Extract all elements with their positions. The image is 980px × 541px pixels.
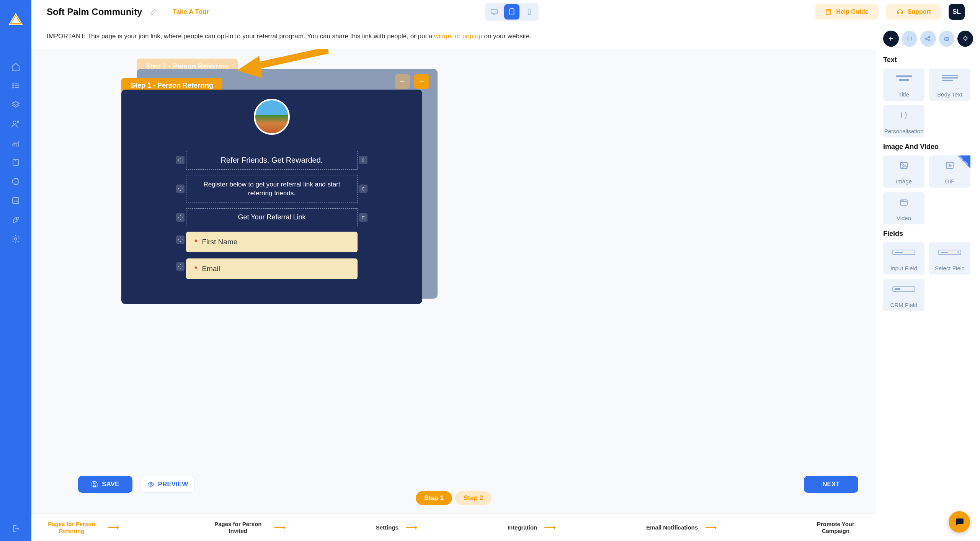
step2-pill[interactable]: Step 2: [455, 491, 492, 505]
nav-chart-icon[interactable]: [11, 196, 20, 205]
step1-canvas: Refer Friends. Get Rewarded. Register be…: [121, 90, 422, 304]
firstname-field-block[interactable]: * First Name: [186, 232, 358, 252]
svg-rect-47: [896, 75, 912, 77]
headline-text: Refer Friends. Get Rewarded.: [186, 151, 358, 170]
svg-point-35: [150, 484, 152, 485]
nav-logout-icon[interactable]: [11, 524, 20, 533]
svg-rect-48: [899, 79, 909, 81]
svg-point-58: [902, 200, 902, 201]
topbar: Soft Palm Community Take A Tour Help Gui…: [31, 0, 980, 24]
next-button[interactable]: NEXT: [804, 476, 858, 493]
nav-puzzle-icon[interactable]: [11, 177, 20, 186]
nav-layers-icon[interactable]: [11, 100, 20, 110]
image-component[interactable]: Image: [883, 155, 924, 188]
info-banner: IMPORTANT: This page is your join link, …: [31, 24, 876, 49]
chat-icon: [954, 517, 964, 527]
image-icon: [898, 161, 909, 170]
title-component[interactable]: Title: [883, 69, 924, 101]
svg-point-10: [17, 121, 19, 123]
variables-button[interactable]: [902, 31, 918, 47]
nav-settings-icon[interactable]: [11, 234, 20, 244]
widget-popup-link[interactable]: widget or pop up: [434, 33, 482, 40]
footer-step-1[interactable]: Pages for Person Referring: [43, 521, 100, 534]
svg-marker-8: [12, 101, 19, 105]
subhead-text: Get Your Referral Link: [186, 208, 358, 226]
save-icon: [91, 481, 98, 488]
nav-user-icon[interactable]: [11, 119, 20, 129]
take-tour-link[interactable]: Take A Tour: [173, 8, 209, 16]
crm-field-component[interactable]: CRM Field: [883, 279, 924, 311]
theme-button[interactable]: [957, 31, 973, 47]
mobile-device-button[interactable]: [522, 4, 537, 20]
svg-point-59: [903, 200, 903, 201]
footer-step-3[interactable]: Settings: [376, 524, 399, 531]
drag-handle-icon[interactable]: [176, 156, 185, 164]
nav-book-icon[interactable]: [11, 158, 20, 167]
body-text-component[interactable]: Body Text: [929, 69, 970, 101]
subhead-block[interactable]: Get Your Referral Link: [186, 208, 358, 226]
canvas-next-button[interactable]: →: [414, 74, 429, 89]
drag-handle-icon[interactable]: [176, 235, 185, 244]
select-field-icon: [937, 248, 962, 257]
campaign-title: Soft Palm Community: [47, 7, 142, 17]
firstname-input[interactable]: * First Name: [186, 232, 358, 252]
step-switcher: Step 1 Step 2: [416, 491, 492, 505]
desktop-device-button[interactable]: [487, 4, 502, 20]
svg-point-9: [13, 121, 16, 124]
share-button[interactable]: [920, 31, 936, 47]
body-block[interactable]: Register below to get your referral link…: [186, 175, 358, 203]
footer-step-4[interactable]: Integration: [508, 524, 537, 531]
drag-handle-icon[interactable]: [176, 185, 185, 193]
svg-marker-55: [949, 164, 951, 167]
svg-rect-23: [491, 10, 498, 14]
support-button[interactable]: Support: [886, 4, 941, 20]
arrow-right-icon: ⟶: [107, 523, 119, 533]
gif-component[interactable]: Coming Soon GIF: [929, 155, 970, 188]
braces-icon: [898, 111, 910, 120]
app-logo: [7, 11, 24, 29]
svg-line-41: [927, 37, 929, 38]
select-field-component[interactable]: Select Field: [929, 242, 970, 275]
step1-pill[interactable]: Step 1: [416, 491, 452, 505]
help-guide-button[interactable]: Help Guide: [815, 4, 878, 20]
delete-icon[interactable]: [359, 213, 368, 222]
brand-logo-circle[interactable]: [254, 99, 290, 135]
svg-rect-66: [895, 288, 900, 290]
nav-home-icon[interactable]: [11, 62, 20, 71]
delete-icon[interactable]: [359, 156, 368, 164]
user-avatar[interactable]: SL: [949, 4, 965, 20]
crm-field-icon: [891, 285, 916, 293]
personalisation-component[interactable]: Personalisation: [883, 105, 924, 137]
sidebar: [0, 0, 31, 541]
tablet-device-button[interactable]: [504, 4, 519, 20]
settings-panel-button[interactable]: [939, 31, 955, 47]
delete-icon[interactable]: [359, 185, 368, 193]
required-indicator: *: [194, 265, 197, 273]
svg-point-2: [13, 83, 13, 84]
chat-fab[interactable]: [949, 511, 970, 533]
svg-rect-51: [942, 80, 953, 81]
footer-step-2[interactable]: Pages for Person Invited: [209, 521, 267, 534]
headline-block[interactable]: Refer Friends. Get Rewarded.: [186, 151, 358, 170]
preview-button[interactable]: PREVIEW: [141, 476, 194, 493]
drag-handle-icon[interactable]: [176, 213, 185, 222]
arrow-right-icon: ⟶: [544, 523, 556, 533]
footer-step-5[interactable]: Email Notifications: [646, 524, 698, 531]
save-button[interactable]: SAVE: [78, 476, 132, 493]
nav-list-icon[interactable]: [11, 81, 20, 90]
body-text: Register below to get your referral link…: [186, 175, 358, 203]
input-field-component[interactable]: Input Field: [883, 242, 924, 275]
email-input[interactable]: * Email: [186, 258, 358, 279]
edit-title-icon[interactable]: [150, 8, 157, 16]
nav-analytics-icon[interactable]: [11, 139, 20, 148]
nav-rocket-icon[interactable]: [11, 215, 20, 224]
wizard-footer: Pages for Person Referring ⟶ Pages for P…: [31, 513, 876, 541]
footer-step-6[interactable]: Promote Your Campaign: [807, 521, 864, 534]
canvas-prev-button[interactable]: ←: [395, 74, 410, 89]
video-component[interactable]: Video: [883, 192, 924, 224]
svg-rect-34: [93, 482, 95, 483]
add-element-button[interactable]: [883, 31, 899, 47]
drag-handle-icon[interactable]: [176, 262, 185, 271]
email-field-block[interactable]: * Email: [186, 258, 358, 279]
svg-rect-49: [942, 75, 958, 76]
